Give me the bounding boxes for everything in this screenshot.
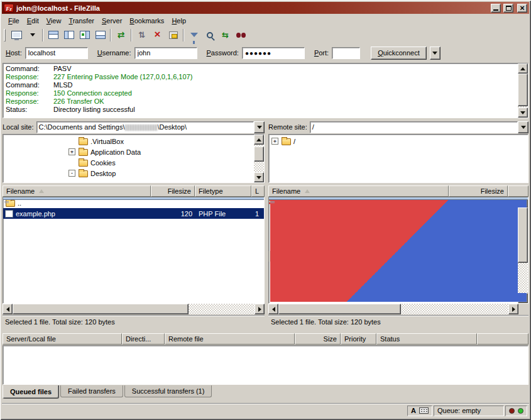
scroll-up-button[interactable] bbox=[518, 64, 528, 74]
local-tree-scrollbar[interactable] bbox=[254, 135, 264, 182]
remote-directory-tree: + / bbox=[268, 134, 528, 183]
column-header[interactable]: Server/Local file bbox=[3, 333, 122, 345]
remote-list-scrollbar[interactable] bbox=[518, 197, 528, 303]
toolbar-grip[interactable] bbox=[4, 29, 6, 41]
remote-site-dropdown-button[interactable] bbox=[518, 121, 528, 133]
local-site-path[interactable]: C:\Documents and Settings\\Desktop\ bbox=[36, 121, 254, 133]
tree-expander[interactable]: + bbox=[271, 138, 278, 145]
log-line-text: MLSD bbox=[53, 81, 73, 89]
column-header[interactable]: Filename bbox=[3, 185, 151, 197]
password-input[interactable] bbox=[242, 47, 305, 59]
local-list-hscrollbar[interactable] bbox=[3, 304, 265, 314]
menu-item[interactable]: Bookmarks bbox=[126, 16, 168, 26]
remote-site-path[interactable]: / bbox=[310, 121, 518, 133]
scroll-right-button[interactable] bbox=[255, 304, 265, 314]
minimize-button[interactable] bbox=[491, 4, 501, 13]
menu-item[interactable]: View bbox=[43, 16, 65, 26]
queue-tab[interactable]: Successful transfers (1) bbox=[124, 385, 212, 397]
column-header[interactable]: Directi... bbox=[122, 333, 165, 345]
sync-browsing-icon bbox=[222, 30, 229, 40]
column-header[interactable]: Filesize bbox=[151, 185, 195, 197]
scroll-track[interactable] bbox=[13, 304, 255, 314]
local-site-combobox[interactable]: C:\Documents and Settings\\Desktop\ bbox=[36, 121, 265, 133]
scroll-left-button[interactable] bbox=[3, 304, 13, 314]
file-row[interactable]: example.php 120 PHP File 1 bbox=[3, 208, 264, 219]
scroll-track[interactable] bbox=[518, 207, 528, 293]
tree-item[interactable]: Cookies bbox=[3, 157, 254, 168]
scroll-right-button[interactable] bbox=[508, 304, 518, 314]
scroll-down-button[interactable] bbox=[254, 172, 264, 182]
column-header-label: Size bbox=[324, 335, 337, 343]
column-header-label: L bbox=[255, 187, 259, 195]
title-bar[interactable]: john@localhost - FileZilla bbox=[2, 2, 529, 14]
quickconnect-button[interactable]: Quickconnect bbox=[371, 47, 427, 60]
host-input[interactable] bbox=[25, 47, 88, 59]
column-header[interactable]: L bbox=[251, 185, 265, 197]
remote-site-combobox[interactable]: / bbox=[310, 121, 528, 133]
refresh-icon[interactable] bbox=[113, 28, 129, 42]
queue-tab[interactable]: Queued files bbox=[3, 385, 59, 399]
menu-item[interactable]: Transfer bbox=[65, 16, 98, 26]
toggle-queue-icon[interactable] bbox=[92, 28, 108, 42]
filter-icon[interactable] bbox=[186, 28, 202, 42]
scroll-track[interactable] bbox=[518, 74, 528, 108]
column-header[interactable] bbox=[477, 333, 528, 345]
scroll-thumb[interactable] bbox=[518, 207, 528, 263]
password-label: Password: bbox=[207, 49, 239, 57]
scroll-thumb[interactable] bbox=[278, 304, 401, 314]
scroll-up-button[interactable] bbox=[254, 135, 264, 145]
cancel-icon[interactable] bbox=[150, 28, 165, 42]
port-label: Port: bbox=[314, 49, 329, 57]
menu-item[interactable]: Server bbox=[98, 16, 126, 26]
queue-tab[interactable]: Failed transfers bbox=[60, 385, 123, 397]
compare-icon[interactable] bbox=[202, 28, 217, 42]
toggle-remote-tree-icon bbox=[80, 31, 90, 39]
tree-expander[interactable]: + bbox=[68, 148, 75, 155]
remote-list-hscrollbar[interactable] bbox=[268, 304, 518, 314]
username-input[interactable] bbox=[134, 47, 197, 59]
scroll-thumb[interactable] bbox=[518, 74, 528, 106]
disconnect-icon[interactable] bbox=[165, 28, 181, 42]
toggle-local-tree-icon[interactable] bbox=[61, 28, 77, 42]
menu-item[interactable]: File bbox=[4, 16, 23, 26]
scroll-thumb[interactable] bbox=[254, 146, 264, 162]
process-queue-icon[interactable] bbox=[134, 28, 150, 42]
transfer-queue-header: Server/Local fileDirecti...Remote fileSi… bbox=[3, 333, 528, 345]
column-header[interactable]: Priority bbox=[341, 333, 376, 345]
activity-indicator-green-icon bbox=[518, 408, 523, 414]
column-header[interactable]: Remote file bbox=[165, 333, 295, 345]
menu-item[interactable]: Help bbox=[168, 16, 190, 26]
tree-item[interactable]: + Application Data bbox=[3, 146, 254, 157]
sync-browsing-icon[interactable] bbox=[217, 28, 233, 42]
tree-item[interactable]: + / bbox=[269, 136, 528, 146]
quickconnect-dropdown-button[interactable] bbox=[430, 47, 441, 60]
file-modified: 1 bbox=[252, 210, 264, 218]
column-header[interactable]: Filename bbox=[268, 185, 449, 197]
scroll-track[interactable] bbox=[278, 304, 508, 314]
tree-item[interactable]: .VirtualBox bbox=[3, 136, 254, 146]
close-button[interactable] bbox=[517, 4, 527, 13]
toggle-remote-tree-icon[interactable] bbox=[77, 28, 92, 42]
find-icon[interactable] bbox=[233, 28, 249, 42]
log-scrollbar[interactable] bbox=[518, 64, 528, 118]
column-header[interactable]: Status bbox=[376, 333, 477, 345]
port-input[interactable] bbox=[332, 47, 360, 59]
column-header[interactable]: Filetype bbox=[195, 185, 251, 197]
scroll-left-button[interactable] bbox=[268, 304, 278, 314]
site-manager-dropdown-icon[interactable] bbox=[25, 28, 40, 42]
toggle-message-log-icon[interactable] bbox=[45, 28, 61, 42]
scroll-thumb[interactable] bbox=[13, 304, 189, 314]
file-name: example.php bbox=[16, 210, 55, 218]
file-row[interactable]: favicon.ico 7,782 bbox=[269, 262, 518, 272]
site-manager-icon[interactable] bbox=[9, 28, 25, 42]
tree-item[interactable]: - Desktop bbox=[3, 168, 254, 179]
column-header[interactable]: Filesize bbox=[449, 185, 508, 197]
menu-item[interactable]: Edit bbox=[23, 16, 43, 26]
maximize-button[interactable] bbox=[503, 4, 513, 13]
local-site-dropdown-button[interactable] bbox=[254, 121, 265, 133]
column-header[interactable]: Size bbox=[295, 333, 341, 345]
tree-expander[interactable]: - bbox=[68, 170, 75, 177]
scroll-down-button[interactable] bbox=[518, 108, 528, 118]
scroll-track[interactable] bbox=[254, 145, 264, 172]
log-line-text: 226 Transfer OK bbox=[53, 97, 104, 106]
